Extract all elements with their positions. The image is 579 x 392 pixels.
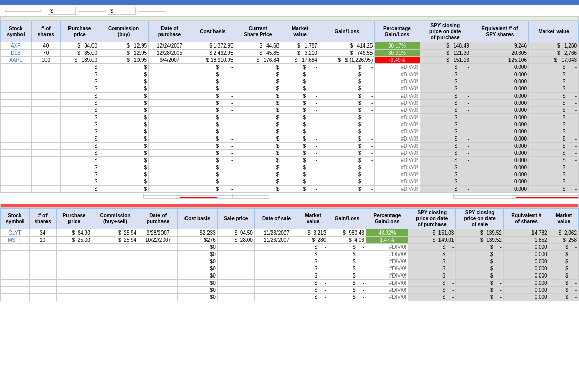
sold-spy-market: $ 258 — [549, 237, 578, 244]
held-date: 12/24/2007 — [149, 42, 191, 50]
sold-col-spy-buy: SPY closingprice on dateof purchase — [408, 209, 456, 229]
held-symbol: AAPL — [1, 57, 32, 64]
held-current-price: $ 176.84 — [235, 57, 281, 64]
held-spy-market: $ 17,043 — [529, 57, 579, 64]
held-empty-row: $ $ $ - $ $ - $ - #DIV/0! $ - 0.000 $ - — [1, 121, 579, 128]
held-market-val: $ 17,684 — [281, 57, 319, 64]
col-cost-basis: Cost basis — [191, 21, 235, 42]
sold-col-date-sale: Date of sale — [254, 209, 298, 229]
held-empty-row: $ $ $ - $ $ - $ - #DIV/0! $ - 0.000 $ - — [1, 157, 579, 164]
sold-date-sale: 11/26/2007 — [254, 237, 298, 244]
held-commission: $ 12.95 — [99, 42, 149, 50]
sold-cost-basis: $276 — [178, 237, 218, 244]
held-commission: $ 10.95 — [99, 57, 149, 64]
sold-spy-market: $ 2,062 — [549, 229, 578, 237]
sold-col-equiv: Equivalent #of shares — [503, 209, 549, 229]
held-spy-market: $ 1,260 — [529, 42, 579, 50]
sold-shares: 10 — [29, 237, 56, 244]
sold-date: 10/22/2007 — [138, 237, 178, 244]
sold-col-market-val: Marketvalue — [298, 209, 328, 229]
held-price: $ 189.00 — [60, 57, 99, 64]
sold-table: Stocksymbol # ofshares Purchaseprice Com… — [0, 208, 579, 301]
held-shares: 70 — [31, 50, 60, 57]
pct-return2-val — [516, 197, 579, 199]
totals-right-table — [453, 194, 580, 199]
held-gain-loss: $ $ (1,226.95) — [319, 57, 374, 64]
sold-date: 9/28/2007 — [138, 229, 178, 237]
held-row: DLB 70 $ 35.00 $ 12.95 12/28/2005 $ 2,46… — [1, 50, 579, 57]
held-spy-close: $ 151.16 — [420, 57, 471, 64]
held-gain-loss: $ 746.55 — [319, 50, 374, 57]
spy-dollar2: $ — [108, 7, 136, 15]
held-empty-row: $ $ $ - $ $ - $ - #DIV/0! $ - 0.000 $ - — [1, 64, 579, 71]
sold-col-symbol: Stocksymbol — [1, 209, 30, 229]
held-table: Stocksymbol # ofshares Purchaseprice Com… — [0, 21, 579, 193]
held-empty-row: $ $ $ - $ $ - $ - #DIV/0! $ - 0.000 $ - — [1, 178, 579, 186]
sold-empty-row: $0 $ - $ - #DIV/0! $ - $ - 0.000 $ - — [1, 251, 579, 258]
evaluation-row: $ $ — [0, 5, 579, 17]
held-row: AAPL 100 $ 189.00 $ 10.95 6/4/2007 $ 18,… — [1, 57, 579, 64]
sold-col-price: Purchaseprice — [56, 209, 92, 229]
pct-return-val — [180, 197, 217, 199]
sold-spy-buy: $ 151.03 — [408, 229, 456, 237]
sold-col-spy-sell: SPY closingprice on dateof sale — [456, 209, 503, 229]
sold-symbol: MSFT — [1, 237, 30, 244]
held-empty-row: $ $ $ - $ $ - $ - #DIV/0! $ - 0.000 $ - — [1, 93, 579, 100]
sold-shares: 34 — [29, 229, 56, 237]
sold-spy-buy: $ 149.01 — [408, 237, 456, 244]
held-symbol: AXP — [1, 42, 32, 50]
held-empty-row: $ $ $ - $ $ - $ - #DIV/0! $ - 0.000 $ - — [1, 135, 579, 143]
held-spy-equiv: 20.305 — [471, 50, 528, 57]
held-spy-close: $ 121.30 — [420, 50, 471, 57]
held-gain-loss: $ 414.25 — [319, 42, 374, 50]
held-pct: -6.49% — [375, 57, 420, 64]
held-empty-row: $ $ $ - $ $ - $ - #DIV/0! $ - 0.000 $ - — [1, 114, 579, 121]
held-current-price: $ 44.68 — [235, 42, 281, 50]
held-spy-equiv: 9.246 — [471, 42, 528, 50]
held-empty-row: $ $ $ - $ $ - $ - #DIV/0! $ - 0.000 $ - — [1, 150, 579, 157]
held-empty-row: $ $ $ - $ $ - $ - #DIV/0! $ - 0.000 $ - — [1, 171, 579, 178]
held-spy-close: $ 148.49 — [420, 42, 471, 50]
sold-commission: $ 25.94 — [92, 237, 138, 244]
sold-price: $ 25.00 — [56, 237, 92, 244]
sold-empty-row: $0 $ - $ - #DIV/0! $ - $ - 0.000 $ - — [1, 265, 579, 272]
page-title — [0, 0, 579, 5]
held-date: 12/28/2005 — [149, 50, 191, 57]
held-spy-market: $ 2,766 — [529, 50, 579, 57]
sold-empty-row: $0 $ - $ - #DIV/0! $ - $ - 0.000 $ - — [1, 272, 579, 280]
held-cost-basis: $ 2,462.95 — [191, 50, 235, 57]
eval-date — [5, 10, 41, 12]
held-header-row: Stocksymbol # ofshares Purchaseprice Com… — [1, 21, 579, 42]
held-shares: 40 — [31, 42, 60, 50]
sold-col-spy-market: Marketvalue — [549, 209, 578, 229]
held-pct: 30.17% — [375, 42, 420, 50]
sold-gain: $ 980.46 — [328, 229, 366, 237]
spy-dollar1: $ — [48, 7, 76, 15]
held-commission: $ 12.95 — [99, 50, 149, 57]
held-empty-row: $ $ $ - $ $ - $ - #DIV/0! $ - 0.000 $ - — [1, 100, 579, 107]
held-symbol: DLB — [1, 50, 32, 57]
sold-pct: 1.47% — [366, 237, 408, 244]
sold-market-val: $ 3,213 — [298, 229, 328, 237]
sold-price: $ 64.90 — [56, 229, 92, 237]
col-market-value: Marketvalue — [281, 21, 319, 42]
app-container: $ $ Stocksymbol # ofshares Purchaseprice… — [0, 0, 579, 301]
sold-empty-row: $0 $ - $ - #DIV/0! $ - $ - 0.000 $ - — [1, 287, 579, 294]
spy-val1 — [78, 10, 106, 12]
held-spy-equiv: 125.106 — [471, 57, 528, 64]
held-empty-row: $ $ $ - $ $ - $ - #DIV/0! $ - 0.000 $ - — [1, 85, 579, 93]
col-spy-market: Market value — [529, 21, 579, 42]
held-empty-row: $ $ $ - $ $ - $ - #DIV/0! $ - 0.000 $ - — [1, 71, 579, 78]
col-spy-equiv: Equivalent # ofSPY shares — [471, 21, 528, 42]
col-pct-gain: PercentageGain/Loss — [375, 21, 420, 42]
col-date-purchase: Date ofpurchase — [149, 21, 191, 42]
held-section-header — [0, 17, 579, 21]
held-cost-basis: $ 18,910.95 — [191, 57, 235, 64]
totals-left-table — [143, 194, 269, 199]
held-pct: 30.31% — [375, 50, 420, 57]
held-empty-row: $ $ $ - $ $ - $ - #DIV/0! $ - 0.000 $ - — [1, 107, 579, 114]
sold-equiv: 1.852 — [503, 237, 549, 244]
sold-col-cost-basis: Cost basis — [178, 209, 218, 229]
sold-symbol: GLYT — [1, 229, 30, 237]
col-gain-loss: Gain/Loss — [319, 21, 374, 42]
